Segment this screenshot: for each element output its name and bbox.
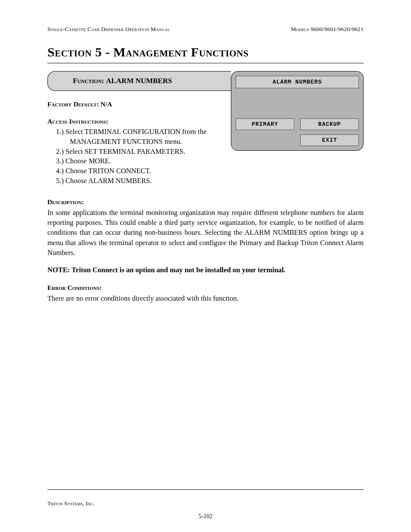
function-name: ALARM NUMBERS bbox=[106, 77, 172, 85]
content-area: Function: ALARM NUMBERS Factory Default:… bbox=[47, 71, 364, 186]
description-label: Description: bbox=[47, 198, 364, 206]
error-conditions-text: There are no error conditions directly a… bbox=[47, 293, 364, 303]
page-number: 5-102 bbox=[0, 513, 411, 520]
screen-primary-button[interactable]: PRIMARY bbox=[236, 118, 294, 130]
footer-divider bbox=[47, 489, 364, 490]
terminal-screen: ALARM NUMBERS PRIMARY BACKUP EXIT bbox=[231, 71, 364, 151]
document-page: Single-Cassette Cash Dispenser Operation… bbox=[0, 0, 411, 532]
instruction-item: Select SET TERMINAL PARAMETERS. bbox=[56, 147, 224, 157]
function-box: Function: ALARM NUMBERS bbox=[47, 71, 231, 91]
factory-default-label: Factory Default: bbox=[47, 100, 99, 108]
instruction-item: Choose MORE. bbox=[56, 156, 224, 166]
note-text: NOTE: Triton Connect is an option and ma… bbox=[47, 266, 364, 274]
screen-backup-button[interactable]: BACKUP bbox=[300, 118, 359, 130]
footer-company: Triton Systems, Inc. bbox=[47, 500, 94, 507]
instructions-list: Select TERMINAL CONFIGURATION from the M… bbox=[47, 127, 224, 186]
instruction-item: Choose TRITON CONNECT. bbox=[56, 166, 224, 176]
title-divider bbox=[47, 63, 364, 63]
factory-default-line: Factory Default: N/A bbox=[47, 100, 224, 108]
page-header: Single-Cassette Cash Dispenser Operation… bbox=[47, 26, 364, 33]
left-column: Function: ALARM NUMBERS Factory Default:… bbox=[47, 71, 224, 186]
function-label: Function: bbox=[73, 77, 104, 85]
access-instructions-label: Access Instructions: bbox=[47, 118, 224, 125]
header-left: Single-Cassette Cash Dispenser Operation… bbox=[47, 26, 170, 33]
instruction-item: Choose ALARM NUMBERS. bbox=[56, 176, 224, 186]
screen-button-grid: PRIMARY BACKUP EXIT bbox=[236, 118, 359, 146]
header-right: Models 9600/9601/9620/9621 bbox=[291, 26, 364, 33]
screen-exit-button[interactable]: EXIT bbox=[300, 134, 359, 146]
factory-default-value: N/A bbox=[100, 100, 112, 108]
screen-title: ALARM NUMBERS bbox=[236, 76, 359, 88]
description-text: In some applications the terminal monito… bbox=[47, 208, 364, 258]
section-title: Section 5 - Management Functions bbox=[47, 45, 364, 59]
error-conditions-label: Error Conditions: bbox=[47, 284, 364, 292]
instruction-item: Select TERMINAL CONFIGURATION from the M… bbox=[56, 127, 224, 147]
